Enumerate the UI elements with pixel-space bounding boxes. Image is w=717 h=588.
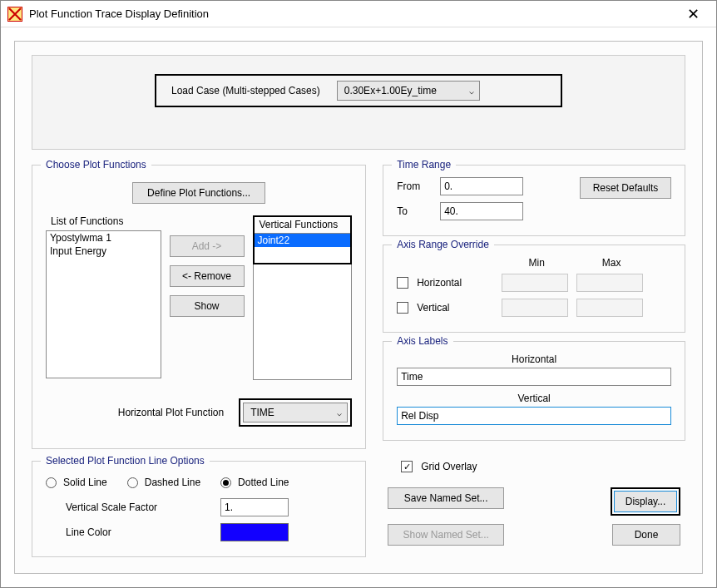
define-plot-functions-button[interactable]: Define Plot Functions... (132, 182, 265, 204)
horizontal-override-checkbox[interactable] (397, 277, 408, 289)
choose-legend: Choose Plot Functions (41, 159, 151, 170)
window-title: Plot Function Trace Display Definition (29, 7, 676, 20)
reset-defaults-button[interactable]: Reset Defaults (580, 177, 671, 199)
radio-icon (46, 477, 57, 488)
axis-labels-group: Axis Labels Horizontal Vertical (383, 341, 685, 441)
to-label: To (397, 205, 432, 217)
titlebar: Plot Function Trace Display Definition ✕ (1, 1, 716, 27)
app-icon (7, 7, 22, 22)
horizontal-plot-function-value: TIME (250, 407, 274, 418)
close-button[interactable]: ✕ (676, 2, 710, 27)
line-options-group: Selected Plot Function Line Options Soli… (32, 461, 366, 557)
add-button[interactable]: Add -> (170, 235, 245, 257)
vertical-override-checkbox[interactable] (397, 302, 408, 314)
main-columns: Choose Plot Functions Define Plot Functi… (32, 165, 685, 566)
horizontal-plot-function-label: Horizontal Plot Function (46, 407, 227, 418)
vertical-scale-factor-input[interactable] (220, 498, 289, 516)
axis-range-legend: Axis Range Override (392, 239, 494, 250)
list-item[interactable]: Joint22 (255, 234, 351, 247)
load-case-row: Load Case (Multi-stepped Cases) 0.30Ex+1… (155, 74, 562, 107)
save-named-set-button[interactable]: Save Named Set... (388, 487, 504, 509)
line-color-swatch[interactable] (220, 523, 289, 541)
vertical-functions-list[interactable]: Joint22 (255, 233, 351, 263)
vertical-max-input (576, 299, 643, 317)
remove-button[interactable]: <- Remove (170, 265, 245, 287)
radio-icon (220, 477, 231, 488)
list-item[interactable]: Input Energy (47, 245, 161, 258)
load-case-panel: Load Case (Multi-stepped Cases) 0.30Ex+1… (32, 55, 685, 150)
vertical-scale-factor-label: Vertical Scale Factor (46, 502, 212, 513)
dotted-line-label: Dotted Line (238, 477, 289, 488)
load-case-dropdown[interactable]: 0.30Ex+1.00Ey_time ⌵ (337, 81, 480, 101)
vertical-axis-header: Vertical (397, 393, 671, 404)
line-color-label: Line Color (46, 526, 212, 538)
chevron-down-icon: ⌵ (337, 408, 342, 418)
dashed-line-radio[interactable]: Dashed Line (127, 477, 200, 488)
vertical-axis-label-input[interactable] (397, 407, 671, 425)
min-header: Min (503, 257, 570, 269)
list-of-functions-label: List of Functions (51, 215, 161, 227)
horizontal-plot-function-dropdown[interactable]: TIME ⌵ (243, 403, 348, 422)
dashed-line-label: Dashed Line (145, 477, 200, 488)
to-input[interactable] (440, 202, 523, 220)
solid-line-label: Solid Line (63, 477, 107, 488)
chevron-down-icon: ⌵ (469, 86, 474, 96)
load-case-label: Load Case (Multi-stepped Cases) (171, 85, 320, 96)
choose-plot-functions-group: Choose Plot Functions Define Plot Functi… (32, 165, 366, 449)
line-options-legend: Selected Plot Function Line Options (41, 455, 210, 467)
dotted-line-radio[interactable]: Dotted Line (220, 477, 289, 488)
vertical-functions-list-rest[interactable] (253, 264, 353, 380)
right-column: Time Range From To (383, 165, 685, 566)
horizontal-min-input (502, 274, 568, 292)
time-range-group: Time Range From To (383, 165, 685, 236)
max-header: Max (578, 257, 645, 269)
horizontal-axis-label-input[interactable] (397, 368, 671, 386)
list-of-functions[interactable]: Ypostylwma 1 Input Energy (46, 230, 161, 378)
from-input[interactable] (440, 177, 523, 195)
horizontal-axis-header: Horizontal (397, 353, 671, 365)
time-range-legend: Time Range (392, 159, 456, 170)
vertical-min-input (502, 299, 568, 317)
grid-overlay-label: Grid Overlay (421, 461, 477, 472)
bottom-controls: Grid Overlay Save Named Set... Display..… (383, 449, 685, 546)
show-named-set-button[interactable]: Show Named Set... (388, 524, 504, 546)
list-item[interactable]: Ypostylwma 1 (47, 231, 161, 245)
show-button[interactable]: Show (170, 295, 245, 317)
solid-line-radio[interactable]: Solid Line (46, 477, 107, 488)
load-case-value: 0.30Ex+1.00Ey_time (344, 85, 437, 96)
axis-labels-legend: Axis Labels (392, 335, 452, 347)
vertical-functions-label: Vertical Functions (260, 219, 351, 230)
dialog-window: Plot Function Trace Display Definition ✕… (0, 0, 717, 588)
radio-icon (127, 477, 138, 488)
horizontal-max-input (576, 274, 643, 292)
left-column: Choose Plot Functions Define Plot Functi… (32, 165, 366, 566)
from-label: From (397, 180, 432, 192)
done-button[interactable]: Done (612, 524, 680, 546)
axis-range-override-group: Axis Range Override Min Max Horizontal (383, 245, 685, 333)
horizontal-override-label: Horizontal (417, 277, 493, 289)
grid-overlay-checkbox[interactable] (401, 461, 413, 472)
dialog-content: Load Case (Multi-stepped Cases) 0.30Ex+1… (14, 41, 703, 574)
vertical-override-label: Vertical (417, 302, 493, 314)
display-button[interactable]: Display... (614, 491, 677, 512)
